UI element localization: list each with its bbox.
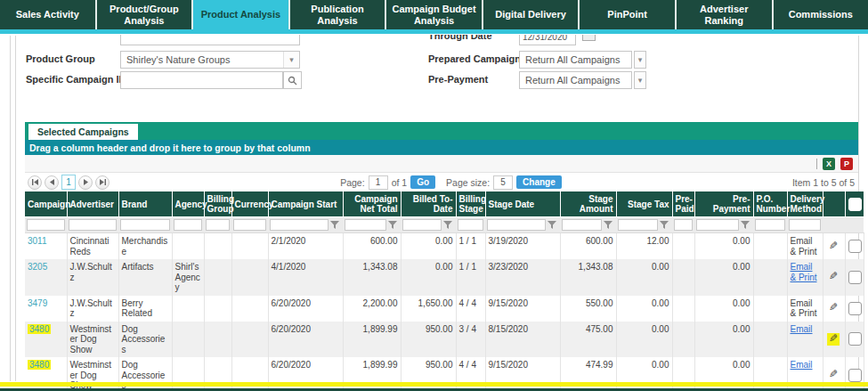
calendar-icon[interactable]	[582, 35, 596, 41]
filter-funnel-button-campaign_start[interactable]	[329, 219, 341, 231]
first-page-icon	[31, 178, 39, 186]
filter-input-po_number[interactable]	[755, 219, 785, 231]
filter-input-billing_group[interactable]	[206, 219, 230, 231]
column-header-net_total[interactable]: Campaign Net Total	[343, 191, 401, 217]
prepared-campaigns-select[interactable]: Return All Campaigns	[519, 51, 632, 69]
filter-input-campaign_start[interactable]	[270, 219, 329, 231]
last-page-button[interactable]	[95, 175, 110, 190]
tab-product-analysis[interactable]: Product Analysis	[193, 0, 290, 29]
filter-funnel-button-billed_to_date[interactable]	[442, 219, 454, 231]
pre-payment-select[interactable]: Return All Campaigns	[519, 71, 632, 89]
row-checkbox[interactable]	[848, 332, 862, 346]
tab-commissions[interactable]: Commissions	[774, 0, 868, 29]
group-by-drop-zone[interactable]: Drag a column header and drop it here to…	[25, 140, 858, 155]
current-page-indicator[interactable]: 1	[61, 175, 76, 190]
delivery-method-link[interactable]: Email & Print	[791, 262, 817, 282]
campaign-link[interactable]: 3479	[28, 298, 47, 308]
filter-input-net_total[interactable]	[345, 219, 386, 231]
tab-pinpoint[interactable]: PinPoint	[580, 0, 677, 29]
column-header-po_number[interactable]: P.O. Number	[753, 191, 787, 217]
filter-input-stage_tax[interactable]	[618, 219, 658, 231]
filter-input-pre_paid[interactable]	[674, 219, 693, 231]
filter-input-stage_date[interactable]	[487, 219, 546, 231]
chevron-down-icon[interactable]: ▾	[634, 71, 646, 89]
change-button[interactable]: Change	[516, 175, 562, 189]
edit-pencil-icon[interactable]: ✎	[829, 271, 838, 283]
filter-funnel-button-stage_amount[interactable]	[602, 219, 614, 231]
filter-input-billed_to_date[interactable]	[402, 219, 442, 231]
filter-funnel-button-pre_payment[interactable]	[739, 219, 751, 231]
tab-campaign-budget-analysis[interactable]: Campaign Budget Analysis	[386, 0, 483, 29]
filter-funnel-button-net_total[interactable]	[386, 219, 399, 231]
first-page-button[interactable]	[28, 175, 42, 190]
pdf-export-icon[interactable]	[840, 158, 853, 170]
filter-input-agency[interactable]	[174, 219, 202, 231]
filter-input-delivery_method[interactable]	[789, 219, 821, 231]
delivery-method-link[interactable]: Email	[791, 360, 813, 370]
campaign-link[interactable]: 3205	[28, 262, 47, 272]
column-header-billed_to_date[interactable]: Billed To-Date	[401, 191, 456, 217]
column-header-currency[interactable]: Currency	[231, 191, 268, 217]
row-checkbox[interactable]	[848, 302, 862, 315]
tab-publication-analysis[interactable]: Publication Analysis	[290, 0, 387, 29]
tab-advertiser-ranking[interactable]: Advertiser Ranking	[677, 0, 774, 29]
pager-row-top: 1 Page: of 1 Go Page size: Change Item 1…	[25, 173, 858, 191]
column-header-agency[interactable]: Agency	[172, 191, 204, 217]
next-page-button[interactable]	[78, 175, 93, 190]
edit-pencil-icon[interactable]: ✎	[829, 240, 838, 253]
tab-product-group-analysis[interactable]: Product/Group Analysis	[97, 0, 194, 29]
edit-pencil-icon[interactable]: ✎	[829, 369, 838, 381]
filter-input-pre_payment[interactable]	[696, 219, 739, 231]
column-header-brand[interactable]: Brand	[118, 191, 172, 217]
left-splitter-line-2	[15, 36, 16, 381]
delivery-method-link[interactable]: Email	[791, 324, 813, 334]
column-header-pre_paid[interactable]: Pre-Paid	[672, 191, 694, 217]
tab-digital-delivery[interactable]: Digital Delivery	[483, 0, 580, 29]
campaign-link[interactable]: 3480	[28, 324, 51, 334]
column-header-stage_amount[interactable]: Stage Amount	[560, 191, 616, 217]
row-checkbox[interactable]	[848, 271, 862, 284]
filter-funnel-button-stage_date[interactable]	[546, 219, 558, 231]
column-header-billing_stage[interactable]: Billing Stage	[456, 191, 485, 217]
excel-export-icon[interactable]	[823, 158, 835, 170]
filter-funnel-button-stage_tax[interactable]	[658, 219, 670, 231]
row-checkbox[interactable]	[848, 240, 862, 253]
column-header-pre_payment[interactable]: Pre-Payment	[694, 191, 753, 217]
filter-input-advertiser[interactable]	[69, 219, 117, 231]
page-number-input[interactable]	[369, 175, 388, 190]
column-header-delivery_method[interactable]: Delivery Method	[787, 191, 823, 217]
filter-input-brand[interactable]	[120, 219, 170, 231]
product-group-select[interactable]: Shirley's Nature Groups ▾	[120, 51, 300, 69]
tab-sales-activity[interactable]: Sales Activity	[0, 0, 97, 29]
filter-input-stage_amount[interactable]	[562, 219, 602, 231]
column-header-campaign[interactable]: Campaign	[25, 191, 67, 217]
edit-pencil-icon[interactable]: ✎	[829, 302, 838, 314]
chevron-down-icon[interactable]: ▾	[634, 51, 646, 69]
campaign-link[interactable]: 3480	[28, 360, 51, 370]
column-header-advertiser[interactable]: Advertiser	[67, 191, 118, 217]
specific-campaign-ids-input[interactable]	[120, 71, 283, 89]
clipped-input[interactable]	[120, 35, 300, 45]
chevron-down-icon[interactable]: ▾	[283, 52, 299, 68]
go-button[interactable]: Go	[410, 175, 435, 189]
filter-input-billing_stage[interactable]	[458, 219, 483, 231]
page-of-label: of 1	[392, 177, 408, 188]
edit-pencil-icon[interactable]: ✎	[827, 333, 840, 346]
cell-delivery_method: Email & Print	[787, 233, 823, 260]
row-checkbox[interactable]	[848, 369, 862, 382]
selected-campaigns-tab[interactable]: Selected Campaigns	[28, 124, 138, 140]
select-all-header[interactable]	[845, 191, 864, 217]
column-header-campaign_start[interactable]: Campaign Start	[268, 191, 343, 217]
prev-page-button[interactable]	[45, 175, 59, 190]
campaign-link[interactable]: 3011	[28, 236, 47, 246]
cell-stage_date: 3/19/2020	[485, 233, 560, 260]
page-size-input[interactable]	[493, 175, 513, 190]
select-all-checkbox[interactable]	[848, 198, 862, 211]
filter-input-currency[interactable]	[233, 219, 266, 231]
filter-input-campaign[interactable]	[27, 219, 65, 231]
column-header-stage_tax[interactable]: Stage Tax	[616, 191, 672, 217]
column-header-billing_group[interactable]: Billing Group	[204, 191, 231, 217]
search-button[interactable]	[283, 71, 302, 89]
column-header-stage_date[interactable]: Stage Date	[485, 191, 560, 217]
through-date-input[interactable]: 12/31/2020	[519, 35, 576, 45]
